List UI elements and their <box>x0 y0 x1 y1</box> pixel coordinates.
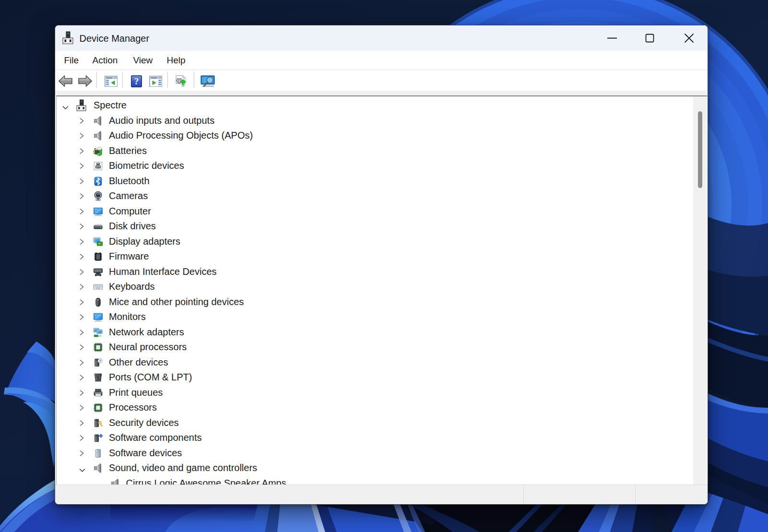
svg-text:?: ? <box>134 76 139 86</box>
